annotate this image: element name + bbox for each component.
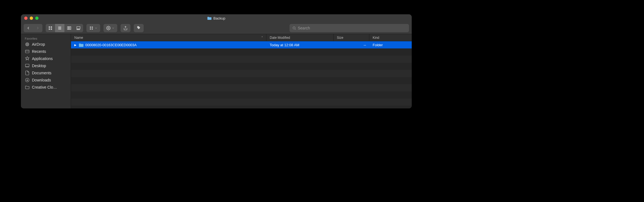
minimize-button[interactable] [30,17,33,20]
recents-icon [25,49,30,54]
file-kind: Folder [373,43,383,47]
chevron-down-icon [112,27,114,29]
sidebar-item-documents[interactable]: Documents [21,69,71,77]
gallery-view-button[interactable] [74,24,83,32]
sidebar-item-label: Documents [32,71,51,75]
zoom-button[interactable] [35,17,39,20]
list-view-button[interactable] [55,24,64,32]
folder-icon [207,16,212,20]
chevron-left-icon [26,26,31,30]
chevron-right-icon [36,26,40,30]
empty-row [71,70,412,77]
column-view-button[interactable] [64,24,74,32]
sort-ascending-icon: ˄ [261,36,263,39]
svg-rect-3 [51,28,52,30]
nav-group [24,24,42,32]
svg-rect-13 [79,29,80,30]
file-rows: ▶ 00008020-00163CE00ED0003A Today at 12:… [71,41,412,108]
view-group [46,24,83,32]
sidebar: Favorites AirDrop Recents Applications D… [21,34,71,108]
downloads-icon [25,78,30,83]
window-title-group: Backup [21,16,412,20]
sidebar-item-label: Creative Clo… [32,85,57,89]
applications-icon [25,56,30,61]
svg-point-20 [293,27,295,29]
svg-rect-0 [49,26,50,28]
svg-rect-1 [51,26,52,28]
empty-row [71,56,412,63]
list-icon [58,26,62,30]
disclosure-triangle-icon[interactable]: ▶ [74,43,77,47]
share-button[interactable] [121,24,130,32]
search-field[interactable] [290,24,409,32]
sidebar-item-desktop[interactable]: Desktop [21,62,71,69]
cell-size: -- [334,41,369,48]
content-area: Name ˄ Date Modified Size Kind ▶ 0000802… [71,34,412,108]
svg-rect-27 [25,64,29,67]
window-title: Backup [213,16,225,20]
svg-rect-17 [92,28,93,29]
action-button[interactable] [103,24,117,32]
svg-rect-15 [92,26,93,28]
sidebar-item-label: AirDrop [32,42,45,47]
table-row[interactable]: ▶ 00008020-00163CE00ED0003A Today at 12:… [71,41,412,48]
column-label: Size [337,36,343,40]
column-header-date[interactable]: Date Modified [266,34,334,41]
share-icon [123,26,128,30]
file-size: -- [364,43,366,47]
gallery-icon [76,26,81,30]
gear-icon [106,26,111,30]
empty-row [71,63,412,70]
cell-kind: Folder [369,41,412,48]
svg-line-21 [295,29,296,29]
arrange-button[interactable] [86,24,100,32]
sidebar-section-label: Favorites [21,36,71,41]
search-input[interactable] [298,26,406,30]
documents-icon [25,70,30,75]
column-label: Kind [373,36,379,40]
grid-icon [48,26,53,30]
forward-button[interactable] [33,24,42,32]
tags-button[interactable] [134,24,144,32]
back-button[interactable] [24,24,33,32]
svg-rect-8 [69,26,70,29]
column-header-kind[interactable]: Kind [369,34,412,41]
svg-rect-25 [25,50,29,53]
svg-rect-16 [90,28,91,29]
column-header-size[interactable]: Size [334,34,369,41]
svg-rect-10 [77,26,80,29]
svg-rect-14 [90,26,91,28]
search-icon [292,26,296,30]
icon-view-button[interactable] [46,24,55,32]
close-button[interactable] [24,17,28,20]
sidebar-item-recents[interactable]: Recents [21,48,71,55]
window-body: Favorites AirDrop Recents Applications D… [21,34,412,108]
column-label: Date Modified [270,36,290,40]
column-headers: Name ˄ Date Modified Size Kind [71,34,412,41]
column-header-name[interactable]: Name ˄ [71,34,266,41]
tag-icon [137,26,141,30]
sidebar-item-applications[interactable]: Applications [21,55,71,62]
sidebar-item-downloads[interactable]: Downloads [21,77,71,84]
empty-row [71,84,412,91]
empty-row [71,99,412,106]
traffic-lights [21,17,39,20]
sidebar-item-airdrop[interactable]: AirDrop [21,41,71,48]
sidebar-item-creative-cloud[interactable]: Creative Clo… [21,84,71,91]
empty-row [71,48,412,56]
finder-window: Backup [21,14,412,108]
svg-point-22 [27,44,28,45]
svg-point-23 [26,43,28,45]
airdrop-icon [25,42,30,47]
sidebar-item-label: Applications [32,56,53,61]
folder-icon [79,43,84,47]
svg-rect-9 [70,26,71,29]
svg-rect-7 [67,26,68,29]
titlebar[interactable]: Backup [21,14,412,22]
svg-point-18 [108,28,109,29]
cell-name: ▶ 00008020-00163CE00ED0003A [71,41,266,48]
empty-row [71,91,412,99]
svg-rect-11 [77,29,78,30]
column-label: Name [74,36,83,40]
toolbar [21,22,412,34]
